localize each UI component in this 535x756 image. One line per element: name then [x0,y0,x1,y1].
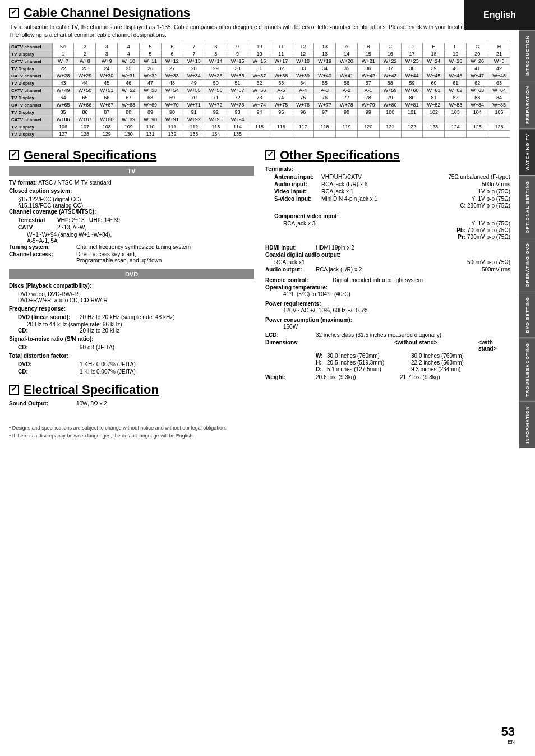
general-specs-title: General Specifications [9,148,254,163]
cd-freq-row: CD: 20 Hz to 20 kHz [9,328,254,334]
other-specs-content: Terminals: Antenna input: VHF/UHF/CATV 7… [265,166,510,380]
table-row: TV Display 12345678910 11121314151617181… [10,50,510,58]
tv-specs: TV format: ATSC / NTSC-M TV standard Clo… [9,179,254,264]
power-req-title: Power requirements: [265,301,510,307]
tab-watching-tv[interactable]: WATCHING TV [519,128,535,175]
table-row: CATV channel W+7W+8W+9W+10W+11W+12W+13W+… [10,58,510,65]
general-specs-column: General Specifications TV TV format: ATS… [9,148,254,408]
dimensions-detail: <without stand> <with stand> W: 30.0 inc… [316,339,510,373]
audio-out-row: Audio output: RCA jack (L/R) x 2 500mV r… [265,266,510,273]
channel-coverage-row: Channel coverage (ATSC/NTSC): [9,209,254,215]
table-row: TV Display 85868788899091929394 95969798… [10,109,510,116]
hdmi-row: HDMI input: HDMI 19pin x 2 [265,245,510,251]
table-row: TV Display 10610710810911011111211311411… [10,123,510,131]
cable-channel-section: Cable Channel Designations If you subscr… [9,6,510,138]
closed-caption-digital: §15.122/FCC (digital CC) [9,196,254,202]
cable-checkbox-icon [9,8,19,18]
other-specs-column: Other Specifications Terminals: Antenna … [265,148,510,408]
weight-row: Weight: 20.6 lbs. (9.3kg) 21.7 lbs. (9.8… [265,374,510,380]
component-group: Component video input: RCA jack x 3 Y: 1… [265,213,510,240]
discs-value1: DVD video, DVD-RW/-R, [9,291,254,297]
cable-description: If you subscribe to cable TV, the channe… [9,24,510,39]
electrical-title: Electrical Specification [9,382,254,397]
terrestrial-row: Terrestrial VHF: 2~13 UHF: 14~69 [9,217,254,223]
tv-format-row: TV format: ATSC / NTSC-M TV standard [9,179,254,186]
dvd-freq2: 20 Hz to 44 kHz (sample rate: 96 kHz) [9,321,254,328]
distortion-row: Total distortion factor: [9,353,254,359]
table-row: TV Display 22232425262728293031 32333435… [10,65,510,72]
page-en: EN [501,739,515,745]
terminals-group: Terminals: Antenna input: VHF/UHF/CATV 7… [265,166,510,209]
specs-columns: General Specifications TV TV format: ATS… [9,148,510,408]
component-pb-row: Pb: 700mV p-p (75Ω) [265,227,510,233]
footnote-2: • If there is a discrepancy between lang… [9,432,510,440]
cable-channel-title: Cable Channel Designations [9,6,510,20]
remote-row: Remote control: Digital encoded infrared… [265,277,510,283]
tuning-system-row: Tuning system: Channel frequency synthes… [9,244,254,250]
antenna-row: Antenna input: VHF/UHF/CATV 75Ω unbalanc… [265,174,510,180]
svideo-row: S-video input: Mini DIN 4-pin jack x 1 Y… [265,196,510,202]
snr-row: Signal-to-noise ratio (S/N ratio): [9,336,254,342]
dim-h-row: H: 20.5 inches (519.3mm) 22.2 inches (56… [316,359,510,366]
dvd-specs: Discs (Playback compatibility): DVD vide… [9,283,254,375]
dvd-distortion-row: DVD: 1 KHz 0.007% (JEITA) [9,361,254,367]
electrical-specs: Sound Output: 10W, 8Ω x 2 [9,400,254,407]
catv-range2: A-5~A-1, 5A [9,238,254,244]
discs-value2: DVD+RW/+R, audio CD, CD-RW/-R [9,297,254,303]
cd-distortion-row: CD: 1 KHz 0.007% (JEITA) [9,368,254,375]
dvd-linear-row: DVD (linear sound): 20 Hz to 20 kHz (sam… [9,314,254,320]
page-number-area: 53 EN [501,725,515,745]
tab-optional-setting[interactable]: OPTIONAL SETTING [519,176,535,238]
cd-snr-row: CD: 90 dB (JEITA) [9,344,254,351]
component-pr-row: Pr: 700mV p-p (75Ω) [265,234,510,240]
component-jack-row: RCA jack x 3 Y: 1V p-p (75Ω) [265,220,510,227]
closed-caption-analog: §15.119/FCC (analog CC) [9,202,254,209]
channel-access-row: Channel access: Direct access keyboard,P… [9,251,254,264]
catv-range: W+1~W+94 (analog W+1~W+84), [9,232,254,238]
operating-temp-title: Operating temperature: [265,284,510,291]
power-req-value: 120V~ AC +/- 10%, 60Hz +/- 0.5% [265,307,510,314]
side-tabs: INTRODUCTION PREPARATION WATCHING TV OPT… [519,30,535,448]
tab-dvd-setting[interactable]: DVD SETTING [519,292,535,338]
page-number: 53 [501,725,515,739]
table-row: CATV channel W+49W+50W+51W+52W+53W+54W+5… [10,87,510,94]
other-specs-title: Other Specifications [265,148,510,163]
dvd-section-header: DVD [9,269,254,279]
table-row: CATV channel 5A2345678910 111213ABCDEFGH [10,43,510,50]
discs-row: Discs (Playback compatibility): [9,283,254,289]
lcd-row: LCD: 32 inches class (31.5 inches measur… [265,332,510,338]
table-row: TV Display 43444546474849505152 53545556… [10,80,510,87]
tab-troubleshooting[interactable]: TROUBLESHOOTING [519,338,535,401]
tab-preparation[interactable]: PREPARATION [519,81,535,128]
catv-row: CATV 2~13, A~W, [9,224,254,231]
language-label: English [483,10,516,20]
footnote-1: • Designs and specifications are subject… [9,425,510,432]
video-in-row: Video input: RCA jack x 1 1V p-p (75Ω) [265,188,510,195]
sound-output-row: Sound Output: 10W, 8Ω x 2 [9,400,254,407]
table-row: TV Display 127128129130131132133134135 [10,131,510,138]
table-row: CATV channel W+86W+87W+88W+89W+90W+91W+9… [10,116,510,123]
table-row: CATV channel W+28W+29W+30W+31W+32W+33W+3… [10,72,510,80]
tv-section-header: TV [9,166,254,176]
coaxial-title: Coaxial digital audio output: [265,252,510,258]
tab-operating-dvd[interactable]: OPERATING DVD [519,238,535,292]
dimensions-row: Dimensions: <without stand> <with stand>… [265,339,510,373]
general-checkbox-icon [9,150,19,160]
freq-response-row: Frequency response: [9,306,254,312]
closed-caption-row: Closed caption system: [9,188,254,194]
power-consumption-value: 160W [265,324,510,330]
audio-in-row: Audio input: RCA jack (L/R) x 6 500mV rm… [265,181,510,187]
coaxial-row: RCA jack x1 500mV p-p (75Ω) [265,259,510,265]
table-row: CATV channel W+65W+66W+67W+68W+69W+70W+7… [10,102,510,109]
power-consumption-title: Power consumption (maximum): [265,317,510,323]
tab-introduction[interactable]: INTRODUCTION [519,30,535,81]
main-content: Cable Channel Designations If you subscr… [0,0,519,451]
operating-temp-value: 41°F (5°C) to 104°F (40°C) [265,291,510,297]
other-checkbox-icon [265,150,275,160]
component-title: Component video input: [265,213,510,219]
footnotes: • Designs and specifications are subject… [9,425,510,440]
tab-information[interactable]: INFORMATION [519,401,535,448]
channel-table: CATV channel 5A2345678910 111213ABCDEFGH… [9,43,510,138]
electrical-section: Electrical Specification Sound Output: 1… [9,382,254,407]
dimensions-header-row: <without stand> <with stand> [316,339,510,352]
